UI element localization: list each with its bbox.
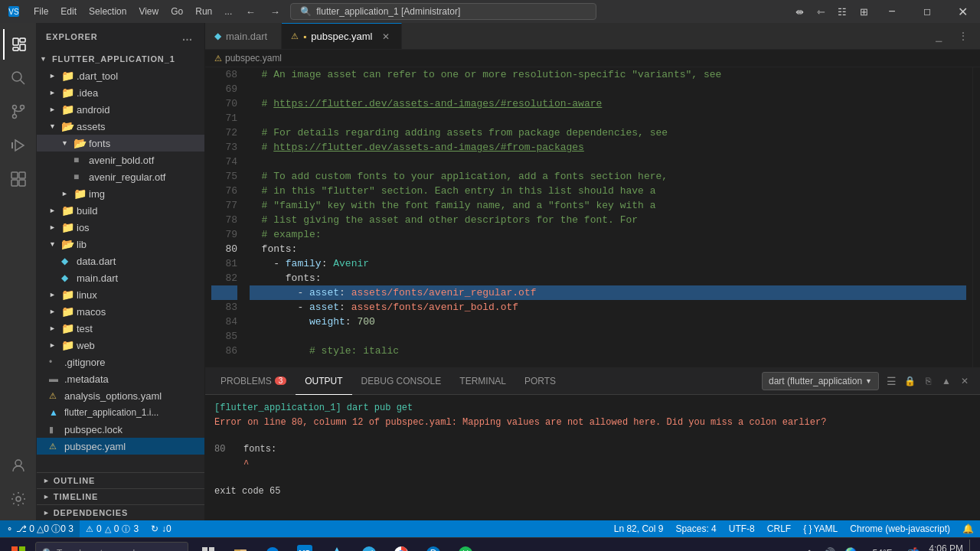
menu-edit[interactable]: Edit	[54, 0, 83, 23]
tab-close-btn[interactable]: ✕	[380, 31, 392, 43]
close-btn[interactable]: ✕	[945, 0, 980, 23]
menu-go[interactable]: Go	[165, 0, 189, 23]
panel-tab-debug[interactable]: DEBUG CONSOLE	[352, 368, 451, 395]
tree-item-avenir-bold[interactable]: ■ avenir_bold.otf	[37, 152, 204, 168]
status-git-branch[interactable]: ⚬ ⎇ 0 △0 ⓘ0 3	[0, 520, 80, 537]
more-actions-btn[interactable]: ⋮	[952, 25, 974, 47]
panel-tab-output[interactable]: OUTPUT	[296, 368, 351, 395]
activity-run-debug[interactable]	[3, 130, 34, 161]
taskbar-taskview[interactable]	[193, 540, 224, 552]
tree-item-macos[interactable]: ► 📁 macos	[37, 303, 204, 320]
tree-item-dart-tool[interactable]: ► 📁 .dart_tool	[37, 67, 204, 84]
status-line-ending[interactable]: CRLF	[761, 520, 797, 537]
status-language[interactable]: { } YAML	[797, 520, 844, 537]
clock[interactable]: 4:06 PM 1/2/2024	[926, 543, 966, 552]
menu-run[interactable]: Run	[189, 0, 218, 23]
tree-item-build[interactable]: ► 📁 build	[37, 202, 204, 219]
tree-item-web[interactable]: ► 📁 web	[37, 337, 204, 354]
systray-notification[interactable]: 📬	[904, 540, 923, 552]
tree-item-gitignore[interactable]: • .gitignore	[37, 354, 204, 370]
taskbar-vscode-app[interactable]: VS	[289, 540, 320, 552]
taskbar-blue-app[interactable]	[322, 540, 352, 552]
panel-lock-btn[interactable]: 🔒	[900, 372, 919, 390]
nav-back[interactable]: ←	[240, 1, 261, 22]
status-renderer[interactable]: Chrome (web-javascript)	[844, 520, 956, 537]
taskbar-dart-app[interactable]: D	[418, 540, 449, 552]
title-search-bar[interactable]: 🔍 flutter_application_1 [Administrator]	[290, 3, 596, 20]
layout-btn-3[interactable]: ☷	[831, 1, 853, 22]
tree-item-avenir-regular[interactable]: ■ avenir_regular.otf	[37, 168, 204, 185]
tab-main-dart[interactable]: ◆ main.dart	[205, 23, 282, 49]
tree-item-test[interactable]: ► 📁 test	[37, 320, 204, 337]
tree-item-img[interactable]: ► 📁 img	[37, 185, 204, 202]
layout-btn-4[interactable]: ⊞	[853, 1, 874, 22]
panel-tab-ports[interactable]: PORTS	[515, 368, 565, 395]
layout-btn-2[interactable]: ⇽	[810, 1, 831, 22]
menu-more[interactable]: ...	[218, 0, 238, 23]
tree-item-data-dart[interactable]: ◆ data.dart	[37, 253, 204, 269]
status-errors[interactable]: ⚠ 0 △ 0 ⓘ 3	[80, 520, 145, 537]
menu-view[interactable]: View	[132, 0, 165, 23]
panel-tab-problems[interactable]: PROBLEMS 3	[211, 368, 296, 395]
tree-item-lib[interactable]: ▼ 📂 lib	[37, 236, 204, 253]
activity-search[interactable]	[3, 63, 34, 93]
activity-source-control[interactable]	[3, 96, 34, 127]
menu-selection[interactable]: Selection	[83, 0, 132, 23]
taskbar-telegram-app[interactable]	[354, 540, 384, 552]
tree-item-flutter-iml[interactable]: ▲ flutter_application_1.i...	[37, 404, 204, 421]
status-spaces[interactable]: Spaces: 4	[669, 520, 722, 537]
maximize-btn[interactable]: ◻	[910, 0, 945, 23]
outline-section[interactable]: ► OUTLINE	[37, 472, 204, 488]
panel-list-view-btn[interactable]: ☰	[882, 372, 900, 390]
panel-maximize-btn[interactable]: ▲	[937, 372, 956, 390]
tree-root[interactable]: ▼ FLUTTER_APPLICATION_1	[37, 51, 204, 67]
status-encoding[interactable]: UTF-8	[723, 520, 761, 537]
tree-item-assets[interactable]: ▼ 📂 assets	[37, 118, 204, 135]
tree-item-android[interactable]: ► 📁 android	[37, 101, 204, 118]
tree-item-metadata[interactable]: ▬ .metadata	[37, 370, 204, 387]
systray-volume[interactable]: 🔊	[820, 540, 838, 552]
panel-content[interactable]: [flutter_application_1] dart pub get Err…	[205, 395, 980, 520]
activity-settings[interactable]	[3, 484, 34, 514]
tree-item-pubspec-lock[interactable]: ▮ pubspec.lock	[37, 421, 204, 438]
status-position[interactable]: Ln 82, Col 9	[608, 520, 670, 537]
tree-item-main-dart[interactable]: ◆ main.dart	[37, 269, 204, 286]
dependencies-section[interactable]: ► DEPENDENCIES	[37, 504, 204, 520]
systray-weather[interactable]: 54°F	[863, 540, 901, 552]
tree-item-fonts[interactable]: ▼ 📂 fonts	[37, 135, 204, 152]
minimize-btn[interactable]: −	[874, 0, 910, 23]
tree-item-pubspec-yaml[interactable]: ⚠ pubspec.yaml	[37, 438, 204, 455]
nav-forward[interactable]: →	[264, 1, 286, 22]
taskbar-explorer-app[interactable]	[225, 540, 256, 552]
menu-file[interactable]: File	[28, 0, 54, 23]
panel-tab-terminal[interactable]: TERMINAL	[450, 368, 515, 395]
show-desktop-btn[interactable]	[969, 540, 974, 552]
code-content[interactable]: # An image asset can refer to one or mor…	[243, 67, 972, 367]
tree-item-linux[interactable]: ► 📁 linux	[37, 286, 204, 303]
tree-item-analysis[interactable]: ⚠ analysis_options.yaml	[37, 387, 204, 404]
panel-dropdown[interactable]: dart (flutter_application ▼	[762, 372, 879, 390]
taskbar-search[interactable]: 🔍 Type here to search	[35, 542, 188, 552]
timeline-section[interactable]: ► TIMELINE	[37, 488, 204, 504]
activity-remote[interactable]	[3, 450, 34, 481]
panel-close-btn[interactable]: ✕	[956, 372, 974, 390]
activity-extensions[interactable]	[3, 164, 34, 194]
code-editor[interactable]: 68 69 70 71 72 73 74 75 76 77 78 79 80 8…	[205, 67, 980, 367]
new-file-btn[interactable]: …	[180, 29, 195, 44]
systray-network[interactable]: 🌎	[841, 540, 860, 552]
start-button[interactable]	[3, 540, 34, 552]
systray-chevron[interactable]: ⌃	[802, 546, 817, 552]
taskbar-edge-app[interactable]	[257, 540, 288, 552]
status-notification[interactable]: 🔔	[956, 520, 980, 537]
status-git-sync[interactable]: ↻ ↓0	[145, 520, 178, 537]
activity-explorer[interactable]	[3, 29, 34, 60]
split-editor-btn[interactable]: ⎯	[928, 25, 949, 47]
taskbar-green-app[interactable]: V	[450, 540, 481, 552]
breadcrumb-item[interactable]: pubspec.yaml	[225, 53, 282, 64]
tree-item-idea[interactable]: ► 📁 .idea	[37, 84, 204, 101]
tab-pubspec-yaml[interactable]: ⚠ ▪ pubspec.yaml ✕	[282, 23, 402, 49]
tree-item-ios[interactable]: ► 📁 ios	[37, 219, 204, 236]
taskbar-chrome-app[interactable]	[386, 540, 416, 552]
layout-btn-1[interactable]: ⇼	[789, 1, 810, 22]
panel-copy-btn[interactable]: ⎘	[919, 372, 937, 390]
